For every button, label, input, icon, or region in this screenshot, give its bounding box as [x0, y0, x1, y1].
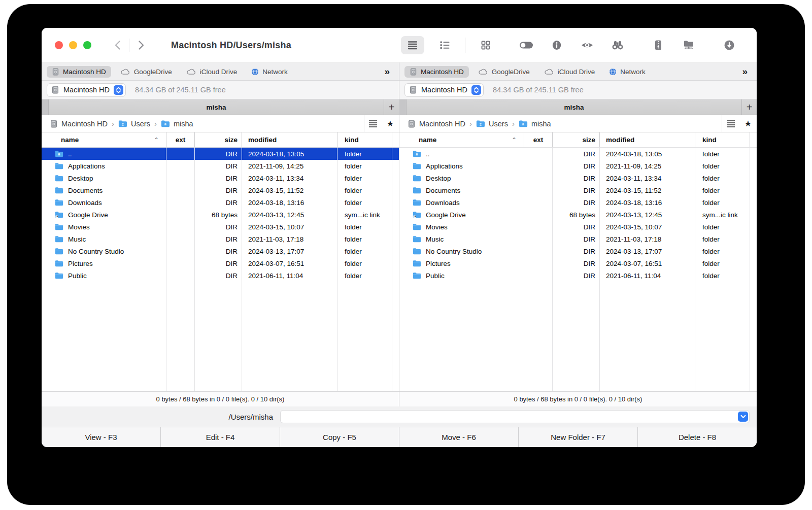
column-header-size[interactable]: size — [195, 132, 242, 147]
scrollbar-track[interactable] — [750, 132, 757, 147]
view-options-icon[interactable] — [722, 115, 739, 132]
drive-tab-icloud-drive[interactable]: iCloud Drive — [181, 66, 243, 78]
command-input[interactable] — [280, 410, 750, 423]
column-header-kind[interactable]: kind — [695, 132, 750, 147]
file-row[interactable]: DownloadsDIR2024-03-18, 13:16folder — [399, 196, 757, 209]
list-view-icon[interactable] — [401, 36, 424, 54]
file-row[interactable]: PublicDIR2021-06-11, 11:04folder — [42, 269, 399, 282]
column-header-modified[interactable]: modified — [242, 132, 337, 147]
column-header-name[interactable]: name⌃ — [42, 132, 166, 147]
drive-selector[interactable]: Macintosh HD — [47, 83, 126, 97]
file-kind-cell: folder — [695, 245, 750, 257]
file-row[interactable]: DocumentsDIR2024-03-15, 11:52folder — [42, 184, 399, 196]
empty-cell — [392, 282, 399, 391]
file-row[interactable]: ApplicationsDIR2021-11-09, 14:25folder — [399, 160, 757, 172]
column-header-ext[interactable]: ext — [166, 132, 195, 147]
drive-tab-googledrive[interactable]: GoogleDrive — [473, 66, 535, 78]
drive-tab-macintosh-hd[interactable]: Macintosh HD — [404, 66, 469, 78]
file-row[interactable]: ..DIR2024-03-18, 13:05folder — [399, 148, 757, 160]
command-history-dropdown-icon[interactable] — [738, 412, 748, 422]
file-row[interactable]: No Country StudioDIR2024-03-13, 17:07fol… — [42, 245, 399, 257]
file-name-cell: No Country Studio — [399, 245, 524, 257]
folder-tab[interactable]: misha — [407, 99, 741, 115]
edit-button[interactable]: Edit - F4 — [160, 427, 280, 447]
toolbar-separator — [465, 38, 465, 53]
column-header-name[interactable]: name⌃ — [399, 132, 524, 147]
breadcrumb-item-misha[interactable]: misha — [519, 120, 551, 128]
file-row[interactable]: MoviesDIR2024-03-15, 10:07folder — [42, 221, 399, 233]
network-folder-icon[interactable] — [679, 36, 699, 54]
download-icon[interactable] — [719, 36, 739, 54]
favorite-star-icon[interactable]: ★ — [382, 115, 399, 132]
file-row[interactable]: PicturesDIR2024-03-07, 16:51folder — [42, 257, 399, 269]
column-header-size[interactable]: size — [553, 132, 600, 147]
new-tab-button[interactable]: + — [741, 99, 757, 115]
folder-tab[interactable]: misha — [49, 99, 384, 115]
forward-chevron-icon[interactable] — [132, 37, 150, 54]
minimize-window-button[interactable] — [69, 41, 77, 49]
file-row[interactable]: DocumentsDIR2024-03-15, 11:52folder — [399, 184, 757, 196]
file-modified-cell: 2024-03-18, 13:16 — [242, 196, 337, 209]
toggle-panels-icon[interactable] — [516, 36, 536, 54]
file-row[interactable]: PublicDIR2021-06-11, 11:04folder — [399, 269, 757, 282]
archive-zipper-icon[interactable] — [648, 36, 668, 54]
delete-button[interactable]: Delete - F8 — [637, 427, 757, 447]
globe-icon — [251, 68, 259, 76]
move-button[interactable]: Move - F6 — [399, 427, 518, 447]
show-hidden-eye-icon[interactable] — [577, 36, 597, 54]
file-row[interactable]: No Country StudioDIR2024-03-13, 17:07fol… — [399, 245, 757, 257]
file-kind-cell: folder — [337, 160, 392, 172]
back-chevron-icon[interactable] — [109, 37, 126, 54]
view-button[interactable]: View - F3 — [42, 427, 160, 447]
new-folder-button[interactable]: New Folder - F7 — [518, 427, 637, 447]
grid-view-icon[interactable] — [476, 36, 496, 54]
breadcrumb-item-drive[interactable]: Macintosh HD — [408, 120, 465, 128]
file-name: Documents — [426, 187, 460, 194]
drive-tab-network[interactable]: Network — [604, 66, 651, 78]
new-tab-button[interactable]: + — [384, 99, 399, 115]
favorite-star-icon[interactable]: ★ — [739, 115, 757, 132]
copy-button[interactable]: Copy - F5 — [280, 427, 399, 447]
file-row[interactable]: ..DIR2024-03-18, 13:05folder — [42, 148, 399, 160]
file-row[interactable]: MusicDIR2021-11-03, 17:18folder — [42, 233, 399, 245]
file-row[interactable]: Google Drive68 bytes2024-03-13, 12:45sym… — [42, 209, 399, 221]
toolbar — [401, 28, 757, 62]
column-header-modified[interactable]: modified — [600, 132, 695, 147]
file-row[interactable]: MusicDIR2021-11-03, 17:18folder — [399, 233, 757, 245]
column-header-ext[interactable]: ext — [524, 132, 553, 147]
info-icon[interactable] — [547, 36, 567, 54]
file-row[interactable]: DesktopDIR2024-03-11, 13:34folder — [42, 172, 399, 184]
file-row[interactable]: MoviesDIR2024-03-15, 10:07folder — [399, 221, 757, 233]
file-row[interactable]: PicturesDIR2024-03-07, 16:51folder — [399, 257, 757, 269]
column-header-kind[interactable]: kind — [337, 132, 392, 147]
folder-icon — [413, 260, 421, 267]
file-row[interactable]: Google Drive68 bytes2024-03-13, 12:45sym… — [399, 209, 757, 221]
file-row[interactable]: DownloadsDIR2024-03-18, 13:16folder — [42, 196, 399, 209]
file-size-cell: DIR — [195, 196, 242, 209]
breadcrumb-separator: › — [469, 119, 472, 128]
drive-tab-macintosh-hd[interactable]: Macintosh HD — [47, 66, 111, 78]
file-modified-cell: 2024-03-15, 11:52 — [600, 184, 695, 196]
empty-list-area — [399, 282, 757, 391]
file-size-cell: DIR — [553, 257, 600, 269]
drive-tab-googledrive[interactable]: GoogleDrive — [115, 66, 177, 78]
file-row[interactable]: DesktopDIR2024-03-11, 13:34folder — [399, 172, 757, 184]
drive-tab-network[interactable]: Network — [246, 66, 293, 78]
breadcrumb-item-misha[interactable]: misha — [161, 120, 193, 128]
scrollbar-track[interactable] — [392, 132, 399, 147]
drive-tabs-overflow-chevrons[interactable]: » — [742, 66, 752, 77]
file-row[interactable]: ApplicationsDIR2021-11-09, 14:25folder — [42, 160, 399, 172]
breadcrumb-item-drive[interactable]: Macintosh HD — [50, 120, 108, 128]
drive-tabs-overflow-chevrons[interactable]: » — [384, 66, 394, 77]
breadcrumb-item-users[interactable]: Users — [118, 120, 150, 128]
close-window-button[interactable] — [55, 41, 63, 49]
view-options-icon[interactable] — [364, 115, 382, 132]
breadcrumb-item-users[interactable]: Users — [476, 120, 508, 128]
file-size-cell: DIR — [553, 269, 600, 282]
zoom-window-button[interactable] — [83, 41, 91, 49]
search-binoculars-icon[interactable] — [607, 36, 628, 54]
file-size-cell: DIR — [553, 245, 600, 257]
drive-tab-icloud-drive[interactable]: iCloud Drive — [539, 66, 600, 78]
drive-selector[interactable]: Macintosh HD — [404, 83, 484, 97]
detail-list-view-icon[interactable] — [434, 36, 455, 54]
